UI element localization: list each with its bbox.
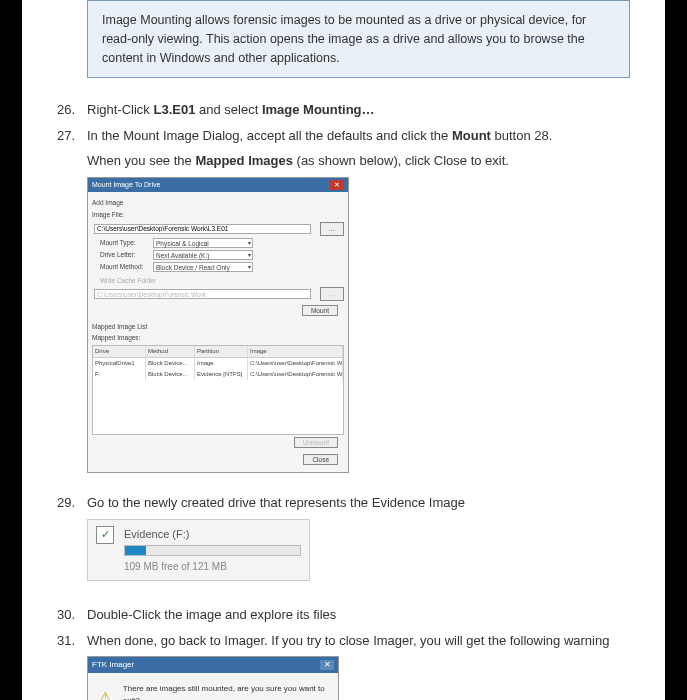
- drive-usage-bar: [124, 545, 301, 556]
- mount-method-label: Mount Method:: [100, 262, 150, 272]
- mapped-images-table: Drive Method Partition Image PhysicalDri…: [92, 345, 344, 435]
- warning-message: There are images still mounted, are you …: [123, 683, 328, 700]
- step-number: 31.: [57, 631, 87, 701]
- mount-type-select[interactable]: Physical & Logical: [153, 238, 253, 248]
- step-26-text: Right-Click L3.E01 and select Image Moun…: [87, 100, 630, 120]
- drive-label: Evidence (F:): [124, 526, 301, 543]
- unmount-button[interactable]: Unmount: [294, 437, 338, 448]
- warning-icon: ⚠: [98, 687, 113, 700]
- step-27-text: In the Mount Image Dialog, accept all th…: [87, 126, 630, 487]
- step-number: 27.: [57, 126, 87, 487]
- mapped-list-label: Mapped Image List: [92, 322, 344, 332]
- write-cache-label: Write Cache Folder: [100, 276, 344, 286]
- mount-button[interactable]: Mount: [302, 305, 338, 316]
- close-icon[interactable]: ✕: [320, 660, 334, 670]
- mapped-images-label: Mapped Images:: [92, 333, 344, 343]
- close-icon[interactable]: ✕: [330, 180, 344, 190]
- ftk-warning-dialog: FTK Imager ✕ ⚠ There are images still mo…: [87, 656, 339, 700]
- step-number: 29.: [57, 493, 87, 599]
- browse-button[interactable]: …: [320, 222, 345, 236]
- info-box: Image Mounting allows forensic images to…: [87, 0, 630, 78]
- step-number: 30.: [57, 605, 87, 625]
- write-cache-input: [94, 289, 311, 299]
- drive-letter-label: Drive Letter:: [100, 250, 150, 260]
- table-row[interactable]: PhysicalDrive1 Block Device… Image C:\Us…: [93, 358, 343, 369]
- evidence-drive[interactable]: ✓ Evidence (F:) 109 MB free of 121 MB: [87, 519, 310, 582]
- step-31-text: When done, go back to Imager. If you try…: [87, 631, 630, 701]
- mount-image-dialog: Mount Image To Drive ✕ Add Image Image F…: [87, 177, 349, 473]
- dialog-titlebar: FTK Imager ✕: [88, 657, 338, 673]
- dialog-title: Mount Image To Drive: [92, 180, 160, 191]
- image-file-label: Image File:: [92, 210, 344, 220]
- step-30-text: Double-Click the image and explore its f…: [87, 605, 630, 625]
- step-29-text: Go to the newly created drive that repre…: [87, 493, 630, 599]
- col-method: Method: [146, 346, 195, 357]
- mount-type-label: Mount Type:: [100, 238, 150, 248]
- add-image-label: Add Image: [92, 198, 344, 208]
- col-image: Image: [248, 346, 343, 357]
- col-drive: Drive: [93, 346, 146, 357]
- image-file-input[interactable]: [94, 224, 311, 234]
- step-number: 26.: [57, 100, 87, 120]
- browse-button-2: …: [320, 287, 345, 301]
- dialog-titlebar: Mount Image To Drive ✕: [88, 178, 348, 193]
- mount-method-select[interactable]: Block Device / Read Only: [153, 262, 253, 272]
- dialog-title: FTK Imager: [92, 659, 134, 671]
- close-button[interactable]: Close: [303, 454, 338, 465]
- drive-letter-select[interactable]: Next Available (K:): [153, 250, 253, 260]
- col-partition: Partition: [195, 346, 248, 357]
- drive-free-text: 109 MB free of 121 MB: [124, 559, 301, 574]
- check-icon: ✓: [96, 526, 114, 544]
- table-row[interactable]: F: Block Device… Evidence [NTFS] C:\User…: [93, 369, 343, 380]
